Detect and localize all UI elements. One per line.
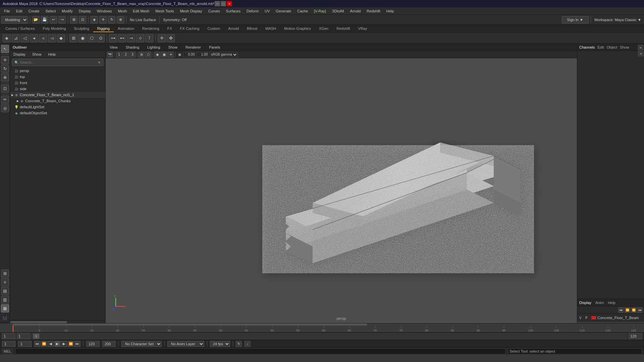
playback-start-input[interactable] (17, 333, 30, 339)
rig-icon[interactable]: ◆ (57, 34, 65, 42)
menu-file[interactable]: File (1, 8, 13, 14)
viewport[interactable]: View Shading Lighting Show Renderer Pane… (106, 44, 577, 323)
search-input[interactable] (20, 60, 98, 64)
tab-rendering[interactable]: Rendering (138, 25, 163, 32)
ik-icon[interactable]: ⊷ (118, 34, 126, 42)
go-end-btn[interactable]: ⏭ (74, 341, 80, 347)
tab-mash[interactable]: MASH (261, 25, 280, 32)
scale-tool[interactable]: ⊕ (1, 73, 9, 81)
menu-mesh-tools[interactable]: Mesh Tools (153, 8, 176, 14)
tab-poly-modeling[interactable]: Poly Modeling (39, 25, 70, 32)
start-frame-field[interactable] (2, 341, 15, 347)
tab-custom[interactable]: Custom (203, 25, 224, 32)
vp-btn-camera[interactable]: 📷 (107, 52, 113, 58)
menu-cache[interactable]: Cache (294, 8, 311, 14)
cross-icon[interactable]: ✜ (167, 34, 175, 42)
cube-icon[interactable]: ⬡ (88, 34, 96, 42)
vp-btn-two[interactable]: 2 (123, 52, 129, 58)
open-file-btn[interactable]: 📂 (32, 16, 40, 23)
vp-menu-shading[interactable]: Shading (124, 45, 141, 50)
end-frame-input[interactable] (86, 341, 100, 347)
vp-btn-shading[interactable]: ◉ (154, 52, 160, 58)
panel-icon3[interactable]: ▤ (1, 287, 9, 295)
tab-redshift[interactable]: Redshift (332, 25, 354, 32)
no-character-dropdown[interactable]: No Character Set (121, 341, 162, 347)
paint-icon[interactable]: ◁ (21, 34, 29, 42)
soft-mod-tool[interactable]: ◎ (1, 104, 9, 112)
anim-prev-btn[interactable]: ⏪ (625, 307, 630, 313)
current-frame-input[interactable] (2, 333, 15, 339)
scene-area[interactable]: X Y Z persp (106, 58, 577, 323)
anim-next-btn[interactable]: ⏩ (631, 307, 636, 313)
select-tool[interactable]: ↖ (1, 45, 9, 53)
tab-fx-caching[interactable]: FX Caching (176, 25, 203, 32)
playback-field[interactable] (18, 341, 32, 347)
menu-3dtoall[interactable]: 3DtoAll (329, 8, 346, 14)
menu-display[interactable]: Display (76, 8, 94, 14)
tab-xgen[interactable]: XGen (315, 25, 332, 32)
maximize-button[interactable]: □ (221, 1, 226, 6)
prev-key-btn[interactable]: ◀ (48, 341, 54, 347)
vp-btn-wireframe[interactable]: ⬡ (145, 52, 151, 58)
next-frame-btn[interactable]: ⏩ (68, 341, 74, 347)
vp-menu-renderer[interactable]: Renderer (183, 45, 203, 50)
tab-animation[interactable]: Animation (114, 25, 138, 32)
vp-btn-light[interactable]: ☀ (168, 52, 174, 58)
redo-btn[interactable]: ↪ (58, 16, 66, 23)
menu-redshift[interactable]: Redshift (364, 8, 383, 14)
deform-icon[interactable]: ◅ (48, 34, 56, 42)
control-icon[interactable]: ⊹ (136, 34, 144, 42)
tab-rigging[interactable]: Rigging (93, 25, 114, 32)
gamma-mode-select[interactable]: sRGB gamma (209, 52, 238, 57)
outliner-item-concrete-group[interactable]: ▶ ⊕ Concrete_Floor_T_Beam_ncl1_1 (10, 92, 105, 98)
select-tool-btn[interactable]: ◈ (91, 16, 98, 23)
tab-vray[interactable]: VRay (354, 25, 371, 32)
menu-edit[interactable]: Edit (13, 8, 25, 14)
panel-icon1[interactable]: ⊞ (1, 269, 9, 278)
vp-menu-panels[interactable]: Panels (207, 45, 222, 50)
constraint-icon[interactable]: ⊸ (127, 34, 135, 42)
menu-edit-mesh[interactable]: Edit Mesh (130, 8, 152, 14)
gamma-input[interactable] (196, 52, 208, 57)
menu-create[interactable]: Create (26, 8, 42, 14)
mini-timeline-bar[interactable]: 1 (32, 333, 627, 339)
sphere-icon[interactable]: ⊙ (97, 34, 105, 42)
time-ruler[interactable]: 5101520253035404550556065707580859095100… (0, 323, 644, 333)
audio-btn[interactable]: ♪ (245, 341, 251, 347)
menu-vray[interactable]: [V-Ray] (311, 8, 329, 14)
tab-motion-graphics[interactable]: Motion Graphics (280, 25, 315, 32)
rotate-tool[interactable]: ↻ (1, 65, 9, 73)
vp-menu-show[interactable]: Show (166, 45, 180, 50)
tab-help[interactable]: Help (608, 301, 615, 305)
total-end-input[interactable] (102, 341, 116, 347)
tab-bifrost[interactable]: Bifrost (243, 25, 261, 32)
tab-arnold[interactable]: Arnold (224, 25, 243, 32)
component-icon[interactable]: ◂ (30, 34, 38, 42)
mel-input[interactable] (15, 348, 506, 354)
menu-curves[interactable]: Curves (206, 8, 223, 14)
tab-display[interactable]: Display (579, 301, 591, 305)
vp-menu-lighting[interactable]: Lighting (145, 45, 162, 50)
tab-edit[interactable]: Edit (597, 45, 604, 49)
outliner-item-persp[interactable]: 🎥 persp (10, 68, 105, 74)
menu-mesh-display[interactable]: Mesh Display (177, 8, 205, 14)
outliner-item-lightset[interactable]: 💡 defaultLightSet (10, 104, 105, 110)
menu-generate[interactable]: Generate (273, 8, 294, 14)
menu-modify[interactable]: Modify (59, 8, 75, 14)
vp-btn-texture[interactable]: ▣ (161, 52, 167, 58)
go-start-btn[interactable]: ⏮ (34, 341, 40, 347)
anim-next-next-btn[interactable]: ⏭ (637, 307, 643, 313)
outliner-menu-display[interactable]: Display (11, 52, 28, 57)
snap-btn[interactable]: ⊞ (70, 16, 77, 23)
skin-icon[interactable]: ⊺ (145, 34, 153, 42)
move-tool-btn[interactable]: ✛ (99, 16, 107, 23)
menu-mesh[interactable]: Mesh (115, 8, 129, 14)
workspace-dropdown[interactable]: Modeling (1, 16, 28, 23)
panel-icon2[interactable]: ≡ (1, 278, 9, 286)
mel-label[interactable]: MEL (2, 348, 13, 354)
tab-object[interactable]: Object (606, 45, 617, 49)
anim-prev-prev-btn[interactable]: ⏮ (618, 307, 624, 313)
joint-icon[interactable]: ⊶ (109, 34, 117, 42)
lasso-icon[interactable]: ⊿ (12, 34, 20, 42)
vp-right-btn2[interactable]: ⊲ (638, 51, 643, 56)
